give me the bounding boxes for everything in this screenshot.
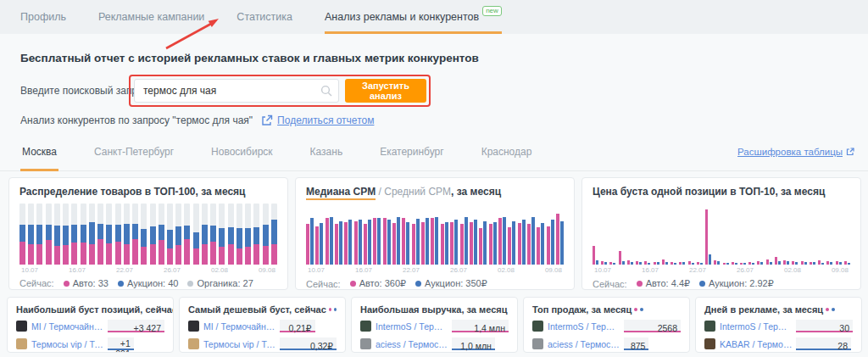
tab-krasnodar[interactable]: Краснодар [480,138,534,171]
bar [531,217,535,265]
stacked-bar [193,204,199,265]
bar [479,228,482,265]
bar [483,221,487,265]
bar [489,224,492,265]
metrics-row: Наибольший буст позиций, сейчас MI / Тер… [7,297,862,353]
metric-row: IntermoS / Термос ... 1,4 млн [360,320,509,332]
bar [613,263,615,265]
metric-card-title: Наибольший буст позиций, сейчас [16,304,174,315]
bar [662,259,665,265]
report-query-text: Анализ конкурентов по запросу "термос дл… [20,114,253,126]
product-link[interactable]: KABAR / Термос 1 ... [720,339,793,349]
bar [364,224,367,265]
bar [383,218,387,265]
product-link[interactable]: IntermoS / Термос ... [376,321,448,332]
product-link[interactable]: IntermoS / Термос ... [548,321,620,332]
bar-group [627,204,633,265]
tab-novosibirsk[interactable]: Новосибирск [209,138,274,171]
share-report[interactable]: Поделиться отчетом [261,114,374,126]
bar [310,218,314,265]
cpm-median-toggle[interactable]: Медиана CPM [306,186,376,200]
bar [775,257,777,265]
bar-group [697,204,703,265]
product-link[interactable]: aciess / Термос дл... [548,339,620,349]
metric-value-bar: 1,4 млн [452,320,509,332]
x-tick-label: 09.08 [545,266,562,274]
stacked-bar [71,204,77,265]
tab-kazan[interactable]: Казань [309,138,345,171]
bar [416,219,420,265]
metric-value-bar: 2568 [624,320,681,332]
metric-value: 30 [839,322,853,333]
bar-group [547,204,554,265]
nav-item-campaigns[interactable]: Рекламные кампании [98,0,204,34]
bar [826,261,829,265]
chart-title: Распределение товаров в ТОП-100, за меся… [19,186,277,198]
bar [344,222,348,265]
stacked-bar [175,204,181,265]
search-input[interactable] [134,79,339,103]
product-link[interactable]: MI / Термочайник ... [203,321,276,332]
bar [431,218,434,265]
bar [556,214,559,265]
bar-group [518,204,526,265]
tab-moscow[interactable]: Москва [20,138,58,171]
x-tick-label: 26.07 [164,266,181,274]
metric-card-top-revenue: Наибольшая выручка, за месяц IntermoS / … [351,297,518,353]
run-analysis-button[interactable]: Запустить анализ [345,79,426,103]
bar-group [364,204,371,265]
nav-item-analysis[interactable]: Анализ рекламы и конкурентов new [325,0,502,34]
product-link[interactable]: MI / Термочайник ... [31,321,104,332]
stacked-bar [210,204,216,265]
bar [392,223,396,265]
product-link[interactable]: Термосы vip / Тер... [31,339,104,349]
title-separator: / [376,186,384,198]
product-thumbnail [16,338,27,349]
chart-title: Цена буста одной позиции в ТОП-10, за ме… [593,186,850,198]
bar-group [723,204,729,265]
x-tick-label: 10.07 [21,266,38,274]
cpm-average-toggle[interactable]: Средний CPM [384,186,451,198]
nav-item-statistics[interactable]: Статистика [236,0,292,34]
tab-spb[interactable]: Санкт-Петербург [92,138,175,171]
nav-item-profile[interactable]: Профиль [20,0,66,34]
bar [665,262,668,265]
metric-card-biggest-boost: Наибольший буст позиций, сейчас MI / Тер… [7,297,174,353]
product-link[interactable]: IntermoS / Термос ... [720,321,793,332]
bar-group [441,204,448,265]
bar [644,261,647,265]
stacked-bar [115,204,121,265]
legend-prefix: Сейчас: [593,279,627,289]
x-tick-label: 10.07 [594,266,611,274]
product-link[interactable]: aciess / Термос дл... [376,339,448,349]
bar [679,262,682,265]
bar-group [714,204,720,265]
bar-group [636,204,642,265]
legend-prefix: Сейчас: [306,279,341,289]
blue-dot-icon [640,308,643,311]
bar-group [450,204,458,265]
bar-group [470,204,477,265]
bar [377,218,381,265]
bar-group [537,204,544,265]
product-thumbnail [360,321,371,332]
tab-ekaterinburg[interactable]: Екатеринбург [378,138,446,171]
metric-value: +3 427 [134,322,164,333]
bar-group [527,204,535,265]
bar [836,261,838,265]
charts-row: Распределение товаров в ТОП-100, за меся… [8,177,861,290]
product-link[interactable]: Термосы vip / Тер... [203,339,276,349]
stacked-bar [236,204,242,265]
table-legend-link[interactable]: Расшифровка таблицы [737,147,854,157]
top-navigation: Профиль Рекламные кампании Статистика Ан… [0,0,868,34]
bar-group [383,204,391,265]
stacked-bar [141,204,147,265]
bar [454,220,458,265]
metric-card-days-advertised: Дней в рекламе, за месяц IntermoS / Терм… [695,297,862,353]
stacked-bar [184,204,190,265]
share-report-link[interactable]: Поделиться отчетом [277,114,374,126]
bar-group [757,204,763,265]
metric-row: IntermoS / Термос ... 2568 [532,320,681,332]
metric-card-title: Самый дешевый буст, сейчас [188,304,326,315]
legend-label: Авто: 360₽ [359,278,406,289]
